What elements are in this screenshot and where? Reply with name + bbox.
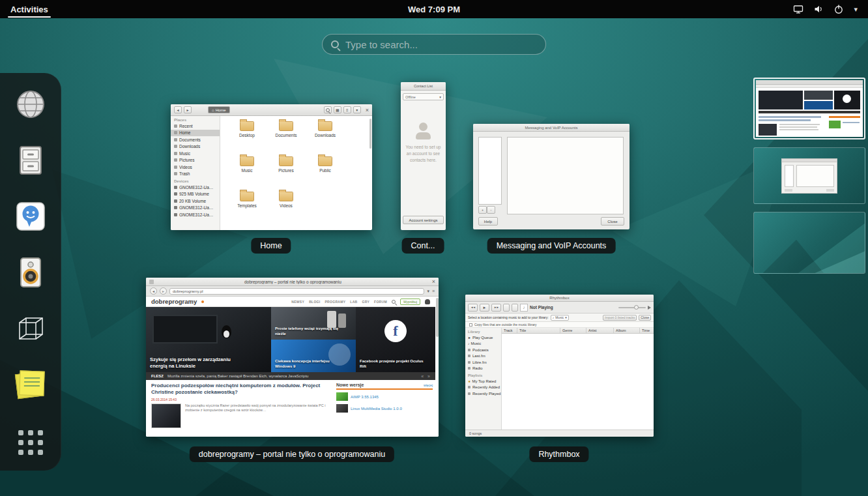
remove-account-icon: − [487, 206, 495, 214]
window-caption-rhythmbox[interactable]: Rhythmbox [529, 446, 588, 462]
workspace-thumbnail-2[interactable] [753, 147, 865, 204]
contacts-headerbar: Contact List [401, 82, 446, 91]
folder-icon [279, 192, 293, 201]
show-applications-button[interactable] [18, 430, 43, 455]
workspace-thumbnail-3[interactable] [753, 212, 865, 274]
library-librefm: Libre.fm [465, 359, 501, 366]
browser-titlebar: dobreprogramy – portal nie tylko o oprog… [146, 278, 439, 286]
back-icon: ◂ [150, 287, 157, 295]
home-icon: ⌂ [212, 108, 214, 112]
dash-item-web-browser[interactable] [12, 86, 49, 123]
dash-item-notes[interactable] [12, 366, 49, 403]
folder-icon [279, 156, 293, 166]
aside-header: Nowe wersje [336, 383, 364, 387]
forward-icon: ▸ [184, 106, 192, 113]
scrollbar [436, 298, 439, 337]
folder-icon [240, 192, 254, 201]
folder-public: Public [306, 156, 344, 173]
folder-icon [279, 121, 293, 131]
browser-toolbar: ◂ ▸ dobreprogramy.pl ▾ ≡ [146, 286, 439, 297]
avatar-placeholder-icon [401, 123, 446, 139]
window-caption-files[interactable]: Home [251, 238, 291, 254]
workspace-thumbnail-1[interactable] [753, 78, 865, 139]
site-header: dobreprogramy NEWSY BLOGI PROGRAMY LAB G… [146, 297, 435, 307]
tux-icon [222, 325, 231, 338]
window-preview-rhythmbox[interactable]: Rhythmbox ◄◄ ► ►► ♪ Not Playing Select a… [465, 295, 654, 437]
folder-icon [318, 121, 332, 131]
folder-documents: Documents [267, 121, 305, 138]
search-icon [331, 40, 339, 48]
aside-more-link: więcej [424, 383, 433, 387]
flesz-next-icon: » [427, 374, 430, 379]
article-title: Producenci podzespołów niechętni kompute… [151, 383, 328, 396]
wallpaper-triangle [815, 246, 865, 273]
wallpaper-triangle [763, 240, 824, 273]
library-lastfm: Last.fm [465, 353, 501, 360]
window-preview-browser[interactable]: dobreprogramy – portal nie tylko o oprog… [146, 278, 439, 437]
site-search-icon [392, 300, 396, 304]
rhythmbox-statusbar: 0 songs [465, 430, 654, 437]
device-item: GNOME312-Ua… [171, 205, 220, 212]
folder-icon [240, 156, 254, 166]
menu-icon: ≡ [432, 289, 435, 293]
column-time: Time [640, 328, 654, 333]
clock[interactable]: Wed 7:09 PM [408, 5, 460, 14]
folder-icon [318, 156, 332, 166]
window-preview-empathy-accounts[interactable]: Messaging and VoIP Accounts + − Help Clo… [473, 124, 629, 229]
dash-item-files[interactable] [12, 142, 49, 179]
article-snippet: Na początku stycznia Razer przedstawiło … [185, 403, 328, 428]
dash-item-rhythmbox[interactable] [12, 254, 49, 291]
window-preview-contacts[interactable]: Contact List Offline ▾ You need to set u… [401, 82, 446, 230]
files-headerbar: ◂ ▸ ⌂ Home ▦ ≡ ▾ × [171, 104, 372, 116]
checkbox-icon [469, 323, 472, 327]
add-account-icon: + [478, 206, 487, 214]
next-icon: ►► [491, 304, 501, 312]
volume-icon[interactable] [813, 4, 824, 14]
copy-files-row: Copy files that are outside the music li… [465, 322, 654, 328]
site-nav-item: GRY [362, 300, 370, 304]
presence-combobox: Offline ▾ [403, 93, 444, 100]
site-logo: dobreprogramy [151, 298, 197, 305]
dash-item-boxes[interactable] [12, 310, 49, 347]
previous-icon: ◄◄ [468, 304, 478, 312]
import-location-combobox: ♪ Music ▾ [551, 315, 569, 321]
accounts-list-toolbar: + − [478, 206, 495, 214]
track-list-header: Track Title Genre Artist Album Time [502, 328, 654, 334]
search-input[interactable] [345, 39, 537, 50]
pathbar-home-button: ⌂ Home [208, 106, 230, 113]
window-caption-browser[interactable]: dobreprogramy – portal nie tylko o oprog… [190, 446, 394, 462]
place-music: Music [171, 150, 220, 157]
playlist-recently-played: Recently Played [465, 390, 501, 397]
close-icon: × [432, 278, 435, 285]
device-item: 925 MB Volume [171, 191, 220, 198]
now-playing-label: Not Playing [530, 305, 553, 310]
aside-item: AIMP 3.55.1345 [351, 395, 379, 399]
article: Producenci podzespołów niechętni kompute… [151, 383, 328, 428]
device-item: GNOME312-Ua… [171, 211, 220, 218]
folder-icon [240, 121, 254, 131]
column-track: Track [502, 328, 517, 333]
accounts-list [478, 137, 502, 205]
window-caption-empathy[interactable]: Messaging and VoIP Accounts [487, 238, 616, 254]
power-icon[interactable] [833, 4, 844, 14]
window-preview-files[interactable]: ◂ ▸ ⌂ Home ▦ ≡ ▾ × Places Recent Home Do… [171, 104, 372, 230]
aside-item: Linux MultiMedia Studio 1.0.0 [351, 407, 402, 411]
chevron-down-icon[interactable]: ▾ [854, 5, 858, 14]
devices-header: Devices [171, 177, 220, 184]
aimp-thumbnail [336, 392, 348, 401]
article-thumbnail [151, 403, 181, 428]
place-pictures: Pictures [171, 157, 220, 164]
library-radio: Radio [465, 366, 501, 372]
dash-item-chat[interactable] [12, 198, 49, 235]
place-downloads: Downloads [171, 143, 220, 151]
window-caption-contacts[interactable]: Cont... [402, 238, 444, 254]
top-bar: Activities Wed 7:09 PM ▾ [0, 0, 868, 18]
system-status-area: ▾ [793, 4, 868, 14]
display-icon[interactable] [793, 4, 803, 14]
activities-button[interactable]: Activities [8, 0, 51, 18]
speaker-icon [15, 257, 46, 288]
folder-templates: Templates [228, 192, 266, 208]
library-music: ♪Music [465, 341, 501, 347]
dropdown-icon: ▾ [565, 315, 567, 319]
workspace-2-window [781, 158, 837, 194]
